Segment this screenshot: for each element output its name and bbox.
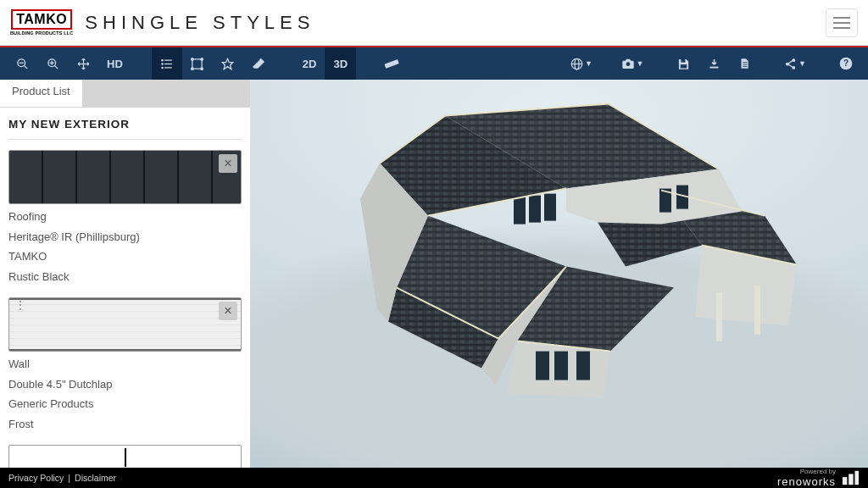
- svg-rect-29: [743, 62, 747, 63]
- tab-product-list[interactable]: Product List: [0, 80, 83, 107]
- product-brand: Generic Products: [8, 396, 242, 412]
- svg-point-18: [192, 67, 194, 69]
- renoworks-brand: renoworks: [777, 475, 836, 488]
- svg-line-4: [54, 65, 58, 69]
- product-item: [8, 445, 242, 468]
- remove-product-button[interactable]: ×: [219, 154, 237, 173]
- download-button[interactable]: [698, 47, 729, 80]
- document-button[interactable]: [729, 47, 760, 80]
- zoom-in-button[interactable]: [37, 47, 68, 80]
- product-color: Frost: [8, 417, 242, 432]
- svg-rect-10: [164, 59, 172, 60]
- product-swatch-roofing[interactable]: ×: [8, 150, 242, 204]
- remove-product-button[interactable]: ×: [219, 302, 237, 320]
- save-button[interactable]: [668, 47, 698, 80]
- product-name: Double 4.5" Dutchlap: [8, 377, 242, 392]
- svg-rect-30: [743, 64, 747, 65]
- svg-rect-61: [544, 194, 556, 221]
- svg-rect-21: [385, 59, 399, 69]
- tamko-logo: TAMKO BUILDING PRODUCTS LLC: [10, 9, 73, 36]
- svg-marker-20: [223, 58, 234, 69]
- page-title: SHINGLE STYLES: [85, 12, 314, 34]
- svg-rect-66: [576, 352, 590, 380]
- product-category: Roofing: [8, 209, 242, 225]
- svg-rect-65: [554, 352, 568, 380]
- svg-rect-58: [754, 286, 760, 335]
- disclaimer-link[interactable]: Disclaimer: [75, 473, 116, 483]
- product-category: Wall: [8, 357, 242, 372]
- svg-rect-15: [192, 58, 202, 68]
- globe-button[interactable]: ▼: [566, 47, 597, 80]
- svg-line-35: [788, 60, 793, 63]
- svg-rect-28: [709, 66, 718, 68]
- 3d-button[interactable]: 3D: [325, 47, 356, 80]
- ruler-button[interactable]: [376, 47, 407, 80]
- svg-rect-77: [849, 474, 853, 485]
- svg-point-9: [162, 58, 164, 61]
- svg-point-11: [162, 63, 164, 65]
- product-item: ⋮ × Wall Double 4.5" Dutchlap Generic Pr…: [8, 297, 242, 431]
- list-button[interactable]: [152, 47, 182, 80]
- product-swatch-partial[interactable]: [8, 445, 242, 468]
- svg-point-17: [201, 58, 203, 60]
- svg-point-25: [626, 62, 630, 66]
- logo-subtext: BUILDING PRODUCTS LLC: [10, 30, 73, 36]
- svg-rect-57: [716, 292, 722, 341]
- select-button[interactable]: [182, 47, 213, 80]
- 2d-button[interactable]: 2D: [294, 47, 326, 80]
- camera-button[interactable]: ▼: [617, 47, 648, 80]
- svg-rect-64: [536, 352, 549, 380]
- footer: Privacy Policy | Disclaimer Powered by r…: [0, 468, 868, 488]
- move-button[interactable]: [68, 47, 98, 80]
- svg-rect-76: [843, 477, 847, 485]
- hd-button[interactable]: HD: [98, 47, 131, 80]
- toolbar: HD 2D 3D ▼ ▼ ▼ ?: [0, 47, 868, 80]
- svg-rect-31: [743, 66, 747, 67]
- svg-line-1: [24, 65, 27, 69]
- privacy-link[interactable]: Privacy Policy: [8, 473, 64, 483]
- product-item: × Roofing Heritage® IR (Phillipsburg) TA…: [8, 150, 242, 284]
- sidebar: Product List MY NEW EXTERIOR × Roofing H…: [0, 80, 250, 468]
- svg-point-16: [192, 58, 194, 60]
- app-header: TAMKO BUILDING PRODUCTS LLC SHINGLE STYL…: [0, 0, 868, 46]
- product-brand: TAMKO: [8, 249, 242, 264]
- svg-rect-59: [514, 197, 526, 225]
- share-button[interactable]: ▼: [780, 47, 810, 80]
- sidebar-tabs: Product List: [0, 80, 250, 107]
- svg-rect-27: [680, 64, 687, 68]
- svg-point-19: [201, 67, 203, 69]
- product-name: Heritage® IR (Phillipsburg): [8, 230, 242, 245]
- svg-rect-78: [854, 471, 859, 485]
- footer-sep: |: [68, 473, 70, 483]
- svg-rect-26: [681, 58, 685, 62]
- menu-button[interactable]: [826, 8, 858, 37]
- svg-rect-60: [529, 196, 541, 223]
- main-area: Product List MY NEW EXTERIOR × Roofing H…: [0, 80, 868, 468]
- product-color: Rustic Black: [8, 269, 242, 285]
- divider: [8, 139, 242, 140]
- renoworks-icon: [841, 469, 860, 486]
- svg-point-13: [162, 66, 164, 69]
- logo-text: TAMKO: [11, 9, 72, 30]
- house-model: [297, 89, 822, 445]
- render-canvas[interactable]: [250, 80, 868, 468]
- svg-rect-14: [164, 67, 172, 68]
- product-panel[interactable]: MY NEW EXTERIOR × Roofing Heritage® IR (…: [0, 107, 250, 468]
- powered-by-label: Powered by: [777, 469, 836, 475]
- svg-text:?: ?: [843, 58, 849, 68]
- drag-grip-icon[interactable]: ⋮: [14, 303, 25, 308]
- favorite-button[interactable]: [213, 47, 243, 80]
- product-swatch-wall[interactable]: ⋮ ×: [8, 297, 242, 352]
- zoom-out-button[interactable]: [7, 47, 37, 80]
- help-button[interactable]: ?: [831, 47, 861, 80]
- eraser-button[interactable]: [243, 47, 274, 80]
- panel-title: MY NEW EXTERIOR: [8, 118, 242, 130]
- svg-line-36: [788, 64, 793, 67]
- svg-rect-12: [164, 63, 172, 64]
